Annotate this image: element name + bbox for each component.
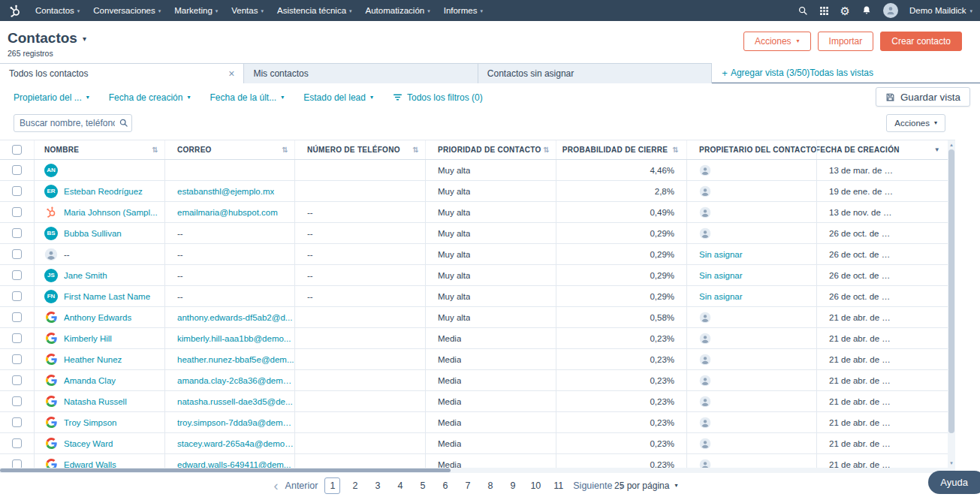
contact-name-link[interactable]: Stacey Ward [64,439,113,448]
page-number-6[interactable]: 6 [437,477,453,494]
contact-email-link[interactable]: stacey.ward-265a4a@demos... [177,439,294,448]
column-header-telefono[interactable]: NÚMERO DE TELÉFONO⇅ [295,140,426,159]
page-number-9[interactable]: 9 [505,477,520,494]
sort-desc-icon[interactable]: ▼ [934,146,940,153]
column-header-propietario[interactable]: PROPIETARIO DEL CONTACTO⇅ [687,140,817,159]
contact-name-link[interactable]: Jane Smith [64,271,107,280]
page-number-4[interactable]: 4 [392,477,408,494]
nav-item-informes[interactable]: Informes▾ [437,0,490,21]
scroll-up-icon[interactable]: ▲ [949,143,954,147]
contact-name-link[interactable]: Heather Nunez [64,355,122,364]
filter-fecha-creacion[interactable]: Fecha de creación▾ [109,92,191,103]
contact-email-link[interactable]: -- [177,250,183,259]
contact-email-link[interactable]: kimberly.hill-aaa1bb@demo... [177,334,291,343]
row-checkbox[interactable] [12,333,22,343]
page-number-5[interactable]: 5 [415,477,430,494]
row-checkbox[interactable] [12,291,22,301]
vertical-scrollbar-thumb[interactable] [948,149,954,433]
nav-item-ventas[interactable]: Ventas▾ [225,0,270,21]
row-checkbox[interactable] [12,354,22,364]
contact-row[interactable]: Natasha Russell natasha.russell-dae3d5@d… [0,391,948,412]
search-icon[interactable] [798,5,808,16]
page-number-3[interactable]: 3 [369,477,385,494]
tab-todos-los-contactos[interactable]: Todos los contactos × [0,63,244,83]
marketplace-grid-icon[interactable] [819,6,829,16]
contact-row[interactable]: Kimberly Hill kimberly.hill-aaa1bb@demo.… [0,328,948,349]
row-checkbox[interactable] [12,228,22,238]
row-checkbox[interactable] [12,438,22,448]
column-header-probabilidad[interactable]: PROBABILIDAD DE CIERRE⇅ [556,140,687,159]
column-header-correo[interactable]: CORREO⇅ [165,140,295,159]
contact-name-link[interactable]: Bubba Sullivan [64,229,122,238]
filter-estado-lead[interactable]: Estado del lead▾ [303,92,373,103]
contact-row[interactable]: FN First Name Last Name -- -- Muy alta 0… [0,286,948,307]
tab-contactos-sin-asignar[interactable]: Contactos sin asignar [478,63,712,83]
nav-item-contactos[interactable]: Contactos▾ [29,0,86,21]
page-number-2[interactable]: 2 [347,477,363,494]
contact-name-link[interactable]: Amanda Clay [64,376,116,385]
column-header-nombre[interactable]: NOMBRE⇅ [35,140,165,159]
sort-icon[interactable]: ⇅ [152,146,158,154]
contact-row[interactable]: JS Jane Smith -- -- Muy alta 0,29% Sin a… [0,265,948,286]
contact-row[interactable]: BS Bubba Sullivan -- -- Muy alta 0,29% 2… [0,223,948,244]
row-checkbox[interactable] [12,207,22,217]
filter-fecha-ultima[interactable]: Fecha de la últ...▾ [210,92,284,103]
help-button[interactable]: Ayuda [928,471,980,494]
nav-item-conversaciones[interactable]: Conversaciones▾ [86,0,167,21]
contact-row[interactable]: Maria Johnson (Sampl... emailmaria@hubsp… [0,202,948,223]
nav-item-asistencia-tecnica[interactable]: Asistencia técnica▾ [270,0,359,21]
contact-email-link[interactable]: amanda.clay-2c8a36@demo... [177,376,294,385]
notifications-bell-icon[interactable] [861,5,872,16]
create-contact-button[interactable]: Crear contacto [880,32,962,51]
actions-dropdown-button[interactable]: Acciones▾ [743,32,811,51]
owner-unassigned-link[interactable]: Sin asignar [699,250,743,259]
row-checkbox[interactable] [12,270,22,280]
close-icon[interactable]: × [228,68,234,79]
save-view-button[interactable]: Guardar vista [876,87,970,107]
contact-row[interactable]: AN Muy alta 4,46% 13 de mar. de 2022 [0,160,948,181]
row-checkbox[interactable] [12,396,22,406]
page-number-7[interactable]: 7 [460,477,475,494]
page-number-10[interactable]: 10 [527,477,544,494]
page-number-8[interactable]: 8 [482,477,498,494]
contact-email-link[interactable]: -- [177,271,183,280]
contact-row[interactable]: ER Esteban Reodríguez estabansthl@ejempl… [0,181,948,202]
contact-email-link[interactable]: heather.nunez-bbaf5e@dem... [177,355,294,364]
contact-email-link[interactable]: estabansthl@ejemplo.mx [177,187,274,196]
row-checkbox[interactable] [12,249,22,259]
filter-propietario[interactable]: Propietario del ...▾ [14,92,89,103]
row-checkbox[interactable] [12,165,22,175]
all-filters-link[interactable]: Todos los filtros (0) [393,92,483,103]
contact-email-link[interactable]: -- [177,229,183,238]
contact-name-link[interactable]: Anthony Edwards [64,313,131,322]
vertical-scrollbar[interactable]: ▲ ▼ [948,140,955,468]
column-header-fecha[interactable]: FECHA DE CREACIÓN▼ [817,140,948,159]
row-checkbox[interactable] [12,417,22,427]
contact-name-link[interactable]: First Name Last Name [64,292,150,301]
contact-name-link[interactable]: Natasha Russell [64,397,127,406]
contact-email-link[interactable]: anthony.edwards-df5ab2@d... [177,313,292,322]
all-views-link[interactable]: Todas las vistas [810,68,873,78]
contact-email-link[interactable]: natasha.russell-dae3d5@de... [177,397,293,406]
contact-name-link[interactable]: -- [64,250,70,259]
tab-mis-contactos[interactable]: Mis contactos [244,63,478,83]
table-actions-button[interactable]: Acciones▾ [886,114,945,132]
contact-email-link[interactable]: -- [177,292,183,301]
sort-icon[interactable]: ⇅ [672,146,679,154]
import-button[interactable]: Importar [818,32,874,51]
row-checkbox[interactable] [12,186,22,196]
column-header-prioridad[interactable]: PRIORIDAD DE CONTACTO⇅ [426,140,556,159]
contact-email-link[interactable]: troy.simpson-7dda9a@demo... [177,418,294,427]
contact-name-link[interactable]: Maria Johnson (Sampl... [64,208,158,217]
sort-icon[interactable]: ⇅ [412,146,419,154]
scroll-down-icon[interactable]: ▼ [949,461,954,465]
horizontal-scrollbar[interactable] [0,468,955,473]
per-page-select[interactable]: 25 por página▾ [614,480,677,491]
horizontal-scrollbar-thumb[interactable] [0,468,451,472]
contact-name-link[interactable]: Troy Simpson [64,418,117,427]
add-view-link[interactable]: +Agregar vista (3/50) [722,68,810,78]
nav-item-marketing[interactable]: Marketing▾ [167,0,225,21]
select-all-checkbox[interactable] [12,145,22,155]
contact-name-link[interactable]: Edward Walls [64,460,116,468]
page-number-1[interactable]: 1 [324,477,340,494]
